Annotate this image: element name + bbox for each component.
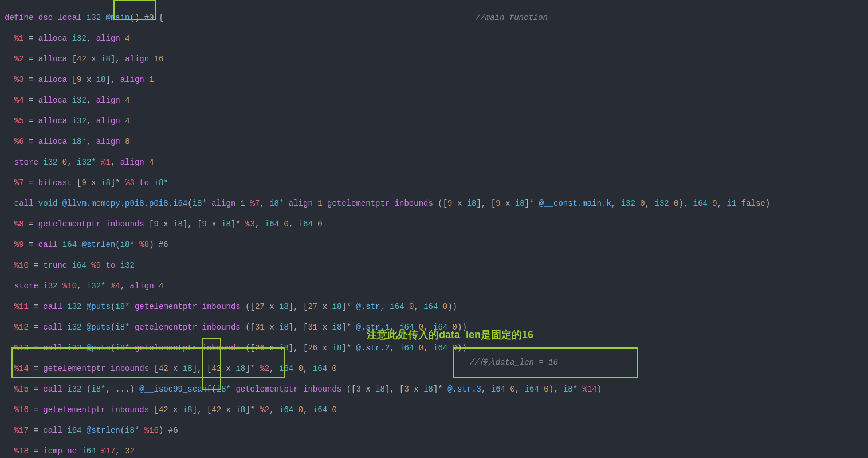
code-line: call void @llvm.memcpy.p0i8.p0i8.i64(i8*… xyxy=(5,198,868,209)
code-line: %17 = call i64 @strlen(i8* %16) #6 xyxy=(5,425,868,436)
main-fn-symbol: @main xyxy=(105,13,129,22)
code-line: %2 = alloca [42 x i8], align 16 xyxy=(5,54,868,64)
code-line: %4 = alloca i32, align 4 xyxy=(5,95,868,105)
code-line: %3 = alloca [9 x i8], align 1 xyxy=(5,75,868,85)
code-line: %7 = bitcast [9 x i8]* %3 to i8* xyxy=(5,178,868,188)
code-line: %10 = trunc i64 %9 to i32 xyxy=(5,260,868,271)
code-line: %9 = call i64 @strlen(i8* %8) #6 xyxy=(5,240,868,250)
code-line: %16 = getelementptr inbounds [42 x i8], … xyxy=(5,405,868,415)
code-line: %14 = getelementptr inbounds [42 x i8], … xyxy=(5,363,868,374)
code-line: %1 = alloca i32, align 4 xyxy=(5,33,868,44)
code-line: %11 = call i32 @puts(i8* getelementptr i… xyxy=(5,302,868,312)
code-line: store i32 %10, i32* %4, align 4 xyxy=(5,281,868,291)
code-line: define dso_local i32 @main() #0 {//main … xyxy=(5,13,868,23)
code-line: %13 = call i32 @puts(i8* getelementptr i… xyxy=(5,343,868,353)
code-line: %8 = getelementptr inbounds [9 x i8], [9… xyxy=(5,219,868,229)
code-line: store i32 0, i32* %1, align 4 xyxy=(5,157,868,167)
code-line: %6 = alloca i8*, align 8 xyxy=(5,136,868,147)
comment-main: //main function xyxy=(476,13,548,23)
comment-data-len-16: //传入data_len = 16 xyxy=(470,357,558,367)
code-line: %15 = call i32 (i8*, ...) @__isoc99_scan… xyxy=(5,384,868,394)
code-line: %12 = call i32 @puts(i8* getelementptr i… xyxy=(5,322,868,332)
code-line: %18 = icmp ne i64 %17, 32 xyxy=(5,446,868,456)
code-area: define dso_local i32 @main() #0 {//main … xyxy=(0,0,868,458)
code-line: %5 = alloca i32, align 4 xyxy=(5,116,868,126)
